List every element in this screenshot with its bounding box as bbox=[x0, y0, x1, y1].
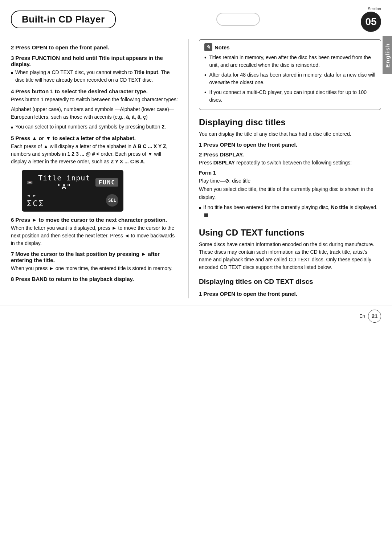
header-oval-decoration bbox=[216, 13, 260, 26]
header-middle bbox=[116, 13, 361, 26]
step6-body1: When the letter you want is displayed, p… bbox=[11, 224, 178, 247]
cd-text-step1-heading: 1 Press OPEN to open the front panel. bbox=[199, 291, 381, 297]
displaying-disc-titles-heading: Displaying disc titles bbox=[199, 117, 381, 127]
display-chars: ΣCΣ bbox=[27, 199, 45, 208]
step5-body1: Each press of ▲ will display a letter of… bbox=[11, 143, 178, 166]
step4-bullet1: ■ You can select to input numbers and sy… bbox=[11, 123, 178, 131]
left-column: 2 Press OPEN to open the front panel. 3 … bbox=[11, 39, 189, 298]
step7-heading: 7 Move the cursor to the last position b… bbox=[11, 251, 178, 263]
section-label: Section bbox=[368, 7, 381, 11]
right-column: ✎ Notes Titles remain in memory, even af… bbox=[189, 39, 381, 298]
step7-body1: When you press ► one more time, the ente… bbox=[11, 265, 178, 272]
display-mockup: 📼 Title input "A" FUNC ◄ ► ΣCΣ SEL bbox=[22, 170, 123, 212]
displaying-disc-titles-intro: You can display the title of any disc th… bbox=[199, 130, 381, 138]
display-tape-icon: 📼 bbox=[27, 180, 33, 185]
display-title-text: Title input "A" bbox=[36, 174, 92, 191]
form1-label: Form 1 bbox=[199, 170, 216, 176]
page-footer: En 21 bbox=[0, 306, 392, 326]
bullet-square-icon: ■ bbox=[11, 70, 13, 84]
bullet-square-icon3: ■ bbox=[199, 205, 201, 219]
step4-body2: Alphabet (upper case), numbers and symbo… bbox=[11, 106, 178, 121]
display-func-label: FUNC bbox=[95, 178, 118, 187]
page-title: Built-in CD Player bbox=[11, 11, 116, 28]
form1-body: Play time—⊘: disc title bbox=[199, 177, 381, 185]
display-bottom-row: ◄ ► ΣCΣ SEL bbox=[27, 192, 118, 208]
bullet-square-icon2: ■ bbox=[11, 125, 13, 131]
form1-detail: When you select disc title, the title of… bbox=[199, 185, 381, 201]
step4-heading: 4 Press button 1 to select the desired c… bbox=[11, 88, 178, 94]
notes-box: ✎ Notes Titles remain in memory, even af… bbox=[199, 39, 381, 110]
step5-heading: 5 Press ▲ or ▼ to select a letter of the… bbox=[11, 135, 178, 141]
step3-heading: 3 Press FUNCTION and hold until Title in… bbox=[11, 55, 178, 67]
using-cd-text-heading: Using CD TEXT functions bbox=[199, 228, 381, 238]
using-cd-text-intro: Some discs have certain information enco… bbox=[199, 241, 381, 271]
step8-heading: 8 Press BAND to return to the playback d… bbox=[11, 276, 178, 282]
form1-section: Form 1 Play time—⊘: disc title When you … bbox=[199, 169, 381, 219]
displaying-titles-cd-text-heading: Displaying titles on CD TEXT discs bbox=[199, 278, 381, 286]
display-top-row: 📼 Title input "A" FUNC bbox=[27, 174, 118, 191]
form1-bullet: ■ If no title has been entered for the c… bbox=[199, 204, 381, 219]
page-header: Built-in CD Player Section 05 bbox=[0, 0, 392, 36]
notes-item-2: After data for 48 discs has been stored … bbox=[204, 71, 376, 86]
main-content: 2 Press OPEN to open the front panel. 3 … bbox=[0, 36, 392, 306]
step3-bullet1: ■ When playing a CD TEXT disc, you canno… bbox=[11, 69, 178, 84]
language-bar: English bbox=[383, 36, 392, 74]
notes-title: ✎ Notes bbox=[204, 43, 376, 51]
notes-item-1: Titles remain in memory, even after the … bbox=[204, 54, 376, 69]
footer-en-label: En bbox=[359, 313, 365, 319]
language-label: English bbox=[384, 43, 391, 68]
end-square-icon bbox=[204, 213, 208, 217]
disp-step1-heading: 1 Press OPEN to open the front panel. bbox=[199, 142, 381, 148]
notes-icon: ✎ bbox=[204, 43, 212, 51]
section-number: 05 bbox=[361, 12, 381, 32]
section-badge-area: Section 05 bbox=[361, 7, 381, 32]
footer-page-number: 21 bbox=[368, 310, 381, 323]
notes-list: Titles remain in memory, even after the … bbox=[204, 54, 376, 104]
display-arrows: ◄ ► bbox=[27, 192, 36, 198]
disp-step2-body1: Press DISPLAY repeatedly to switch betwe… bbox=[199, 159, 381, 167]
display-sel-button: SEL bbox=[106, 194, 118, 207]
step4-body1: Press button 1 repeatedly to switch betw… bbox=[11, 96, 178, 103]
step6-heading: 6 Press ► to move the cursor to the next… bbox=[11, 217, 178, 223]
notes-item-3: If you connect a multi-CD player, you ca… bbox=[204, 89, 376, 104]
disp-step2-heading: 2 Press DISPLAY. bbox=[199, 151, 381, 158]
step2-heading: 2 Press OPEN to open the front panel. bbox=[11, 44, 178, 50]
